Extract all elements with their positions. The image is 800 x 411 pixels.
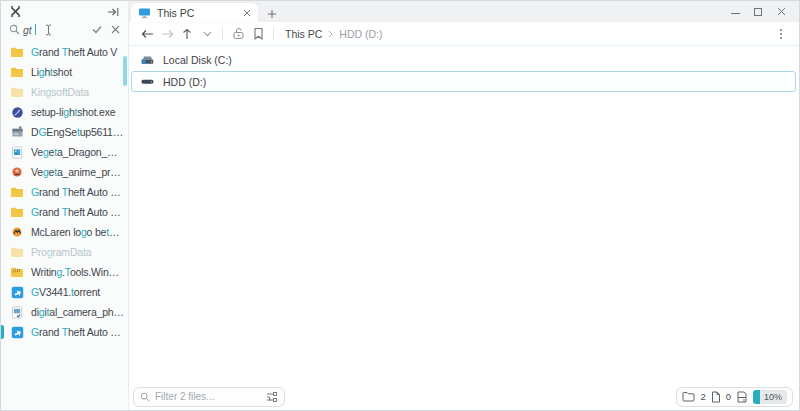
breadcrumb-this-pc[interactable]: This PC: [285, 28, 322, 40]
files-count: 0: [726, 391, 731, 402]
sidebar-file-item[interactable]: KingsoftData: [1, 82, 128, 102]
filter-box: [133, 387, 285, 407]
torrent-icon: [10, 325, 24, 339]
sidebar-file-item[interactable]: Grand Theft Auto V [FitGirl…: [1, 202, 128, 222]
sidebar-file-item[interactable]: Vegeta_anime_profile.webp: [1, 162, 128, 182]
sidebar-file-item[interactable]: Vegeta_Dragon_Ball.jpg: [1, 142, 128, 162]
selected-indicator: [1, 325, 4, 339]
breadcrumb: This PC HDD (D:): [285, 28, 383, 40]
chevron-right-icon: [328, 30, 333, 38]
sidebar-search-input[interactable]: gt: [23, 24, 32, 36]
item-counts: 2 0 10%: [676, 387, 793, 407]
sidebar-item-label: Vegeta_Dragon_Ball.jpg: [31, 146, 124, 158]
file-name: Local Disk (C:): [163, 54, 232, 66]
close-icon[interactable]: [774, 5, 788, 19]
sidebar-scrollbar-thumb[interactable]: [123, 56, 127, 86]
filter-input[interactable]: [155, 391, 261, 402]
sidebar-item-label: Vegeta_anime_profile.webp: [31, 166, 124, 178]
sidebar-item-label: Grand Theft Auto V [FitGirl…: [31, 186, 124, 198]
search-clear-icon[interactable]: [111, 25, 120, 34]
app-dark-icon: [10, 105, 24, 119]
drive-c-icon: [140, 53, 155, 67]
folder-icon: [10, 45, 24, 59]
monitor-icon: [138, 7, 151, 19]
minimize-icon[interactable]: [728, 5, 742, 19]
back-icon[interactable]: [137, 25, 157, 43]
tab-this-pc[interactable]: This PC: [131, 3, 258, 22]
filter-search-icon: [140, 392, 150, 402]
collapse-sidebar-icon[interactable]: [107, 7, 119, 17]
sidebar: gt Grand Theft Auto V: [1, 1, 129, 410]
app-gray-icon: [10, 125, 24, 139]
sidebar-item-label: Grand Theft Auto V: [31, 46, 124, 58]
sidebar-file-item[interactable]: ProgramData: [1, 242, 128, 262]
toolbar-divider: [273, 27, 274, 40]
folder-icon: [10, 65, 24, 79]
sidebar-item-label: Lightshot: [31, 66, 124, 78]
folder-icon: [10, 205, 24, 219]
disk-usage-bar: [753, 390, 760, 404]
sidebar-file-item[interactable]: McLaren logo between.we…: [1, 222, 128, 242]
sidebar-item-label: Writing.Tools.Windows.v6….: [31, 266, 124, 278]
sidebar-item-label: GV3441.torrent: [31, 286, 124, 298]
zip-folder-icon: [10, 265, 24, 279]
sidebar-titlebar: [1, 1, 128, 19]
folder-icon: [10, 85, 24, 99]
forward-icon[interactable]: [157, 25, 177, 43]
status-bar: 2 0 10%: [129, 383, 799, 410]
sidebar-item-label: Grand Theft Auto V [FitGirl…: [31, 326, 124, 338]
folder-count-icon: [682, 391, 695, 402]
up-icon[interactable]: [177, 25, 197, 43]
search-icon: [9, 24, 20, 35]
sidebar-file-item[interactable]: Grand Theft Auto V [FitGirl…: [1, 182, 128, 202]
torrent-icon: [10, 285, 24, 299]
file-row[interactable]: HDD (D:): [131, 71, 796, 92]
doc-image-icon: [10, 305, 24, 319]
page-stack-icon: [736, 391, 748, 403]
image-color-icon: [10, 225, 24, 239]
image-red-icon: [10, 165, 24, 179]
sidebar-file-item[interactable]: Grand Theft Auto V: [1, 42, 128, 62]
folder-icon: [10, 185, 24, 199]
sidebar-item-label: digital_camera_photo-1080…: [31, 306, 124, 318]
window-controls: [717, 1, 799, 22]
text-caret: [35, 24, 36, 35]
sidebar-search-bar: gt: [1, 19, 128, 40]
filter-options-icon[interactable]: [266, 391, 278, 403]
image-icon: [10, 145, 24, 159]
tab-close-icon[interactable]: [243, 9, 251, 17]
maximize-icon[interactable]: [751, 5, 765, 19]
sidebar-file-item[interactable]: GV3441.torrent: [1, 282, 128, 302]
app-logo-icon: [10, 6, 21, 17]
sidebar-item-label: Grand Theft Auto V [FitGirl…: [31, 206, 124, 218]
search-confirm-icon[interactable]: [92, 25, 102, 34]
sidebar-file-item[interactable]: Writing.Tools.Windows.v6….: [1, 262, 128, 282]
disk-usage-badge: 10%: [753, 390, 787, 404]
sidebar-item-label: setup-lightshot.exe: [31, 106, 124, 118]
disk-usage-label: 10%: [760, 390, 787, 404]
sidebar-file-item[interactable]: setup-lightshot.exe: [1, 102, 128, 122]
ibeam-cursor-icon: [45, 24, 52, 36]
sidebar-file-item[interactable]: DGEngSetup5611580.exe: [1, 122, 128, 142]
sidebar-file-item[interactable]: Grand Theft Auto V [FitGirl…: [1, 322, 128, 342]
sidebar-file-item[interactable]: digital_camera_photo-1080…: [1, 302, 128, 322]
bookmark-icon[interactable]: [248, 25, 268, 43]
breadcrumb-hdd-d[interactable]: HDD (D:): [339, 28, 382, 40]
sidebar-file-item[interactable]: Lightshot: [1, 62, 128, 82]
history-chevron-icon[interactable]: [197, 25, 217, 43]
folders-count: 2: [700, 391, 705, 402]
search-results-list: Grand Theft Auto V Lightshot KingsoftDat…: [1, 42, 128, 342]
more-options-icon[interactable]: [771, 25, 791, 43]
file-row[interactable]: Local Disk (C:): [131, 49, 796, 70]
folder-icon: [10, 245, 24, 259]
file-count-icon: [711, 391, 721, 403]
sidebar-item-label: ProgramData: [31, 246, 124, 258]
sidebar-item-label: KingsoftData: [31, 86, 124, 98]
toolbar-divider: [222, 27, 223, 40]
unlock-icon[interactable]: [228, 25, 248, 43]
tab-title: This PC: [157, 7, 237, 19]
new-tab-icon[interactable]: [267, 9, 277, 19]
file-list: Local Disk (C:) HDD (D:): [129, 47, 799, 383]
sidebar-item-label: DGEngSetup5611580.exe: [31, 126, 124, 138]
tab-bar: This PC: [129, 1, 799, 22]
